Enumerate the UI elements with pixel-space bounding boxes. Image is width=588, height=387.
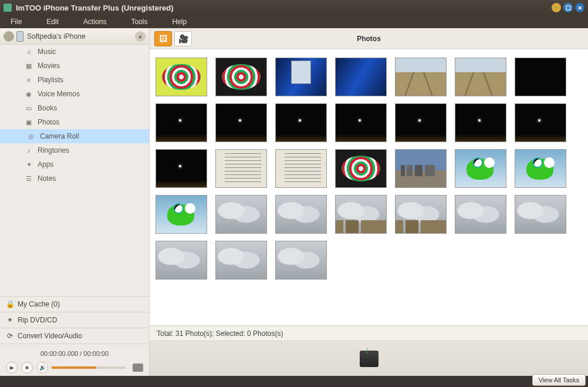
photo-thumbnail[interactable] [515, 103, 566, 142]
camera-icon: ◎ [27, 132, 35, 140]
photo-thumbnail[interactable] [455, 149, 506, 188]
my-cache-section[interactable]: 🔒 My Cache (0) [0, 296, 149, 312]
sidebar-item-camera-roll[interactable]: ◎ Camera Roll [0, 129, 149, 143]
photo-thumbnail[interactable] [335, 149, 387, 188]
window-title: ImTOO iPhone Transfer Plus (Unregistered… [16, 4, 549, 12]
content-area: 🖼 🎥 Photos [150, 28, 588, 376]
my-cache-label: My Cache (0) [18, 300, 60, 308]
photo-thumbnail[interactable] [455, 195, 506, 234]
device-toggle-icon[interactable] [4, 31, 14, 42]
convert-label: Convert Video/Audio [18, 332, 82, 340]
play-button[interactable]: ▶ [6, 362, 18, 373]
voice-icon: ◉ [25, 90, 33, 98]
photo-thumbnail[interactable] [335, 103, 387, 142]
app-icon [4, 4, 12, 12]
sidebar-item-books[interactable]: ▭ Books [0, 101, 149, 115]
sidebar-item-photos[interactable]: ▣ Photos [0, 115, 149, 129]
photo-thumbnail[interactable] [156, 58, 207, 96]
photo-thumbnail[interactable] [275, 241, 327, 280]
photo-thumbnail[interactable] [395, 103, 447, 142]
menu-actions[interactable]: Actions [83, 18, 106, 26]
stop-button[interactable]: ■ [21, 362, 33, 373]
photo-thumbnail[interactable] [515, 195, 566, 234]
photo-thumbnail[interactable] [156, 103, 207, 142]
close-button[interactable]: ✕ [575, 3, 584, 12]
phone-icon [16, 31, 23, 42]
sidebar-item-label: Playlists [38, 76, 63, 84]
photo-thumbnail[interactable] [215, 241, 267, 280]
sidebar-item-apps[interactable]: ✦ Apps [0, 157, 149, 171]
cache-icon: 🔒 [6, 300, 14, 308]
snapshot-button[interactable] [133, 364, 143, 372]
photo-thumbnail[interactable] [335, 195, 387, 234]
sidebar-item-label: Apps [38, 160, 53, 169]
menu-file[interactable]: File [11, 18, 22, 26]
view-all-tasks-button[interactable]: View All Tasks [532, 374, 586, 386]
volume-slider[interactable] [52, 366, 126, 369]
sidebar-item-ringtones[interactable]: ♪ Ringtones [0, 143, 149, 157]
titlebar: ImTOO iPhone Transfer Plus (Unregistered… [0, 0, 588, 15]
sidebar-item-notes[interactable]: ☰ Notes [0, 171, 149, 186]
photo-thumbnail[interactable] [156, 149, 207, 188]
status-bar: Total: 31 Photo(s); Selected: 0 Photos(s… [150, 325, 588, 341]
photo-thumbnail[interactable] [275, 103, 327, 142]
rip-label: Rip DVD/CD [18, 316, 57, 324]
section-title: Photos [150, 35, 588, 43]
photo-thumbnail[interactable] [515, 149, 566, 188]
menu-edit[interactable]: Edit [46, 18, 59, 26]
sidebar-item-label: Ringtones [38, 146, 69, 154]
photos-icon: ▣ [25, 118, 33, 126]
photo-thumbnail[interactable] [455, 58, 506, 96]
maximize-button[interactable]: ☐ [563, 3, 573, 12]
sidebar-item-music[interactable]: ♫ Music [0, 45, 149, 59]
sidebar-item-playlists[interactable]: ≡ Playlists [0, 73, 149, 87]
minimize-button[interactable]: － [552, 3, 561, 12]
ringtones-icon: ♪ [25, 146, 33, 154]
device-name: Softpedia's iPhone [27, 32, 86, 41]
movies-icon: ▦ [25, 62, 33, 70]
photo-thumbnail[interactable] [395, 58, 447, 96]
photo-thumbnail[interactable] [515, 58, 566, 96]
photo-thumbnail[interactable] [156, 195, 207, 234]
device-row[interactable]: Softpedia's iPhone ▲ [0, 28, 149, 45]
photo-thumbnail[interactable] [156, 241, 207, 280]
eject-button[interactable]: ▲ [135, 31, 146, 42]
menu-help[interactable]: Help [172, 18, 187, 26]
photo-thumbnail[interactable] [215, 58, 267, 96]
photo-thumbnail[interactable] [215, 195, 267, 234]
photo-thumbnail[interactable] [215, 103, 267, 142]
rip-icon: ✴ [6, 316, 14, 324]
sidebar-item-label: Voice Memos [38, 90, 80, 98]
photo-thumbnail[interactable] [275, 149, 327, 188]
sidebar-item-voice-memos[interactable]: ◉ Voice Memos [0, 87, 149, 101]
status-text: Total: 31 Photo(s); Selected: 0 Photos(s… [157, 329, 283, 338]
photo-mode-button[interactable]: 🖼 [154, 31, 172, 46]
disk-icon [360, 351, 379, 367]
player-time: 00:00:00.000 / 00:00:00 [6, 348, 143, 362]
photo-thumbnail[interactable] [215, 149, 267, 188]
sidebar: Softpedia's iPhone ▲ ♫ Music ▦ Movies ≡ … [0, 28, 150, 376]
rip-section[interactable]: ✴ Rip DVD/CD [0, 312, 149, 328]
sidebar-item-label: Books [38, 104, 57, 112]
sidebar-item-label: Photos [38, 118, 59, 126]
export-dropzone[interactable] [150, 341, 588, 376]
player-panel: 00:00:00.000 / 00:00:00 ▶ ■ 🔊 [0, 344, 149, 376]
convert-icon: ⟳ [6, 332, 14, 340]
sidebar-item-label: Movies [38, 62, 60, 70]
photo-thumbnail[interactable] [455, 103, 506, 142]
menubar: File Edit Actions Tools Help [0, 15, 588, 28]
convert-section[interactable]: ⟳ Convert Video/Audio [0, 328, 149, 344]
photo-thumbnail[interactable] [395, 149, 447, 188]
video-mode-button[interactable]: 🎥 [174, 31, 192, 46]
volume-button[interactable]: 🔊 [36, 362, 48, 373]
photo-grid-scroll[interactable] [150, 49, 588, 325]
playlists-icon: ≡ [25, 76, 33, 84]
photo-thumbnail[interactable] [395, 195, 447, 234]
apps-icon: ✦ [25, 160, 33, 169]
photo-thumbnail[interactable] [275, 58, 327, 96]
sidebar-item-movies[interactable]: ▦ Movies [0, 59, 149, 73]
menu-tools[interactable]: Tools [131, 18, 147, 26]
photo-thumbnail[interactable] [335, 58, 387, 96]
sidebar-item-label: Camera Roll [40, 132, 79, 140]
photo-thumbnail[interactable] [275, 195, 327, 234]
